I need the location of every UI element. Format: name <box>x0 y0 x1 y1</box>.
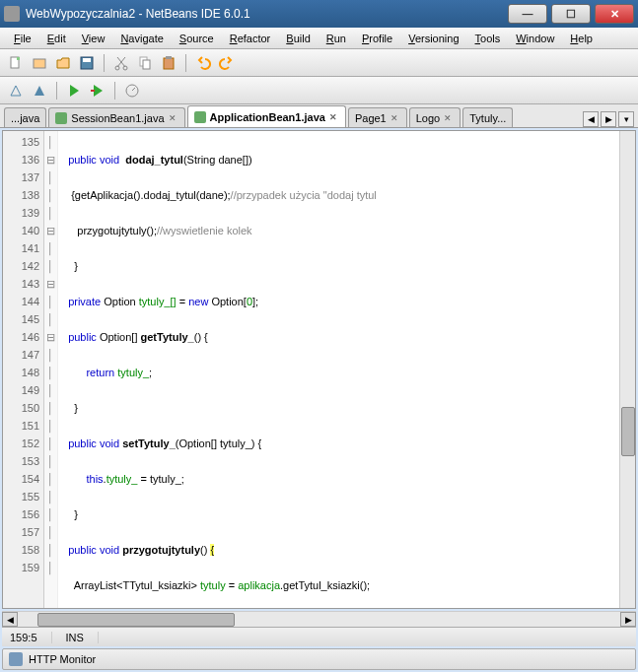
scroll-right-button[interactable]: ▶ <box>620 612 636 627</box>
paste-button[interactable] <box>159 53 178 73</box>
tab-tytuly[interactable]: Tytuly... <box>462 107 513 127</box>
fold-column[interactable]: │⊟│││⊟││⊟││⊟│││││││││││││ <box>44 131 58 608</box>
menu-profile[interactable]: Profile <box>354 31 400 46</box>
menu-view[interactable]: View <box>74 31 113 46</box>
close-icon[interactable]: ✕ <box>169 113 178 123</box>
cut-button[interactable] <box>111 53 131 73</box>
menu-refactor[interactable]: Refactor <box>222 31 279 46</box>
menu-edit[interactable]: Edit <box>39 31 74 46</box>
svg-rect-10 <box>166 56 172 59</box>
java-icon <box>194 111 206 123</box>
menu-help[interactable]: Help <box>562 31 601 46</box>
menu-versioning[interactable]: Versioning <box>400 31 466 46</box>
java-icon <box>55 112 67 124</box>
monitor-icon <box>9 652 23 666</box>
code-area[interactable]: public void dodaj_tytul(String dane[]) {… <box>58 131 619 608</box>
vertical-scrollbar[interactable] <box>619 131 635 608</box>
maximize-button[interactable]: ☐ <box>551 4 591 24</box>
http-monitor-panel[interactable]: HTTP Monitor <box>2 648 636 670</box>
tab-applicationbean[interactable]: ApplicationBean1.java✕ <box>187 105 346 127</box>
code-editor[interactable]: 1351361371381391401411421431441451461471… <box>2 130 636 609</box>
close-icon[interactable]: ✕ <box>390 113 400 123</box>
svg-rect-1 <box>17 57 20 60</box>
menu-source[interactable]: Source <box>172 31 222 46</box>
window-titlebar: WebWypozyczalnia2 - NetBeans IDE 6.0.1 —… <box>0 0 638 28</box>
menu-tools[interactable]: Tools <box>467 31 509 46</box>
scroll-left-button[interactable]: ◀ <box>2 612 18 627</box>
close-button[interactable]: ✕ <box>595 4 634 24</box>
svg-rect-8 <box>143 60 150 69</box>
menu-navigate[interactable]: Navigate <box>112 31 171 46</box>
open-button[interactable] <box>53 53 73 73</box>
tab-sessionbean[interactable]: SessionBean1.java✕ <box>48 107 184 127</box>
tab-navigation: ◀ ▶ ▾ <box>583 111 634 127</box>
svg-rect-2 <box>34 59 45 68</box>
save-button[interactable] <box>77 53 97 73</box>
redo-button[interactable] <box>217 53 237 73</box>
editor-tabs: ...java SessionBean1.java✕ ApplicationBe… <box>0 104 638 128</box>
tab-java[interactable]: ...java <box>4 107 46 127</box>
undo-button[interactable] <box>193 53 213 73</box>
run-button[interactable] <box>64 81 84 101</box>
status-bar: 159:5 INS <box>2 627 636 646</box>
svg-rect-11 <box>91 90 95 92</box>
tab-logo[interactable]: Logo✕ <box>409 107 461 127</box>
svg-rect-9 <box>164 58 174 69</box>
tab-next-button[interactable]: ▶ <box>601 111 616 127</box>
profile-button[interactable] <box>122 81 142 101</box>
new-file-button[interactable] <box>6 53 26 73</box>
new-project-button[interactable] <box>30 53 49 73</box>
line-gutter: 1351361371381391401411421431441451461471… <box>3 131 44 608</box>
menu-file[interactable]: File <box>6 31 39 46</box>
scrollbar-thumb[interactable] <box>621 407 635 456</box>
menu-window[interactable]: Window <box>508 31 562 46</box>
close-icon[interactable]: ✕ <box>444 113 454 123</box>
debug-button[interactable] <box>88 81 107 101</box>
minimize-button[interactable]: — <box>508 4 547 24</box>
menu-run[interactable]: Run <box>319 31 354 46</box>
copy-button[interactable] <box>135 53 155 73</box>
build-button[interactable] <box>6 81 26 101</box>
menu-build[interactable]: Build <box>278 31 318 46</box>
scrollbar-thumb[interactable] <box>37 613 235 627</box>
close-icon[interactable]: ✕ <box>329 112 339 122</box>
cursor-position: 159:5 <box>10 632 52 643</box>
app-icon <box>4 6 20 22</box>
insert-mode: INS <box>66 632 99 643</box>
tab-page1[interactable]: Page1✕ <box>348 107 407 127</box>
tab-prev-button[interactable]: ◀ <box>583 111 599 127</box>
main-toolbar <box>0 49 638 77</box>
horizontal-scrollbar[interactable]: ◀ ▶ <box>2 611 636 627</box>
tab-list-button[interactable]: ▾ <box>618 111 634 127</box>
window-title: WebWypozyczalnia2 - NetBeans IDE 6.0.1 <box>26 7 504 21</box>
svg-rect-4 <box>83 58 91 62</box>
run-toolbar <box>0 77 638 104</box>
clean-build-button[interactable] <box>30 81 49 101</box>
panel-label: HTTP Monitor <box>29 653 96 665</box>
menu-bar: File Edit View Navigate Source Refactor … <box>0 28 638 49</box>
